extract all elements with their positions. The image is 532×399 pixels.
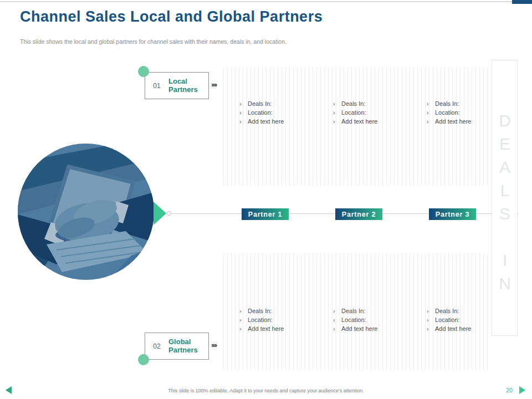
group-label-global: Global Partners	[168, 338, 204, 355]
detail-text: Location:	[341, 315, 366, 324]
detail-list-global-partner1: ›Deals In: ›Location: ›Add text here	[239, 306, 323, 334]
chevron-bullet-icon: ›	[427, 99, 435, 108]
play-arrow-icon	[154, 202, 166, 225]
group-number-global: 02	[145, 342, 168, 350]
chevron-bullet-icon: ›	[333, 108, 341, 117]
vertical-label-box: DEALS IN	[492, 60, 518, 336]
chevron-bullet-icon: ›	[239, 324, 248, 333]
page-number: 20	[503, 387, 515, 393]
detail-text: Add text here	[248, 117, 284, 126]
vertical-label-deals-in: DEALS IN	[495, 60, 514, 335]
top-right-accent-bar	[512, 0, 532, 4]
detail-text: Location:	[435, 315, 460, 324]
number-circle-local	[138, 66, 149, 77]
local-partners-box: 01 Local Partners	[145, 72, 209, 99]
page-title: Channel Sales Local and Global Partners	[20, 8, 323, 25]
handshake-illustration	[18, 144, 154, 280]
detail-list-local-partner1: ›Deals In: ›Location: ›Add text here	[239, 99, 323, 126]
detail-item: ›Add text here	[333, 117, 416, 126]
striped-panel-top	[223, 67, 491, 186]
top-divider-line	[0, 1, 532, 2]
chevron-bullet-icon: ›	[427, 324, 435, 333]
chevron-bullet-icon: ›	[333, 315, 341, 324]
chevrons-right-icon-local: ››››	[211, 80, 224, 89]
detail-item: ›Location:	[239, 108, 323, 117]
chevron-bullet-icon: ›	[239, 117, 248, 126]
detail-item: ›Deals In:	[333, 99, 416, 108]
detail-item: ›Location:	[239, 315, 323, 324]
chevron-bullet-icon: ›	[333, 306, 341, 315]
detail-text: Add text here	[435, 117, 471, 126]
group-number-local: 01	[145, 82, 168, 90]
detail-text: Add text here	[435, 324, 471, 333]
detail-item: ›Add text here	[239, 324, 323, 333]
slide: Channel Sales Local and Global Partners …	[0, 0, 532, 399]
detail-item: ›Add text here	[333, 324, 416, 333]
detail-item: ›Deals In:	[239, 99, 323, 108]
chevrons-right-icon-global: ››››	[211, 341, 224, 349]
chevron-bullet-icon: ›	[427, 306, 435, 315]
global-partners-box: 02 Global Partners	[145, 332, 209, 360]
detail-item: ›Location:	[333, 108, 416, 117]
detail-text: Deals In:	[341, 306, 365, 315]
footer-note: This slide is 100% editable. Adapt it to…	[0, 388, 532, 393]
detail-text: Add text here	[341, 117, 377, 126]
partner-2-ribbon: Partner 2	[335, 208, 382, 220]
detail-text: Deals In:	[435, 99, 459, 108]
detail-text: Add text here	[341, 324, 377, 333]
detail-text: Deals In:	[435, 306, 459, 315]
chevron-bullet-icon: ›	[427, 117, 435, 126]
partner-1-ribbon: Partner 1	[242, 208, 289, 220]
detail-text: Location:	[341, 108, 366, 117]
chevron-bullet-icon: ›	[239, 306, 248, 315]
number-circle-global	[138, 354, 149, 365]
group-label-local: Local Partners	[168, 78, 204, 94]
detail-list-global-partner2: ›Deals In: ›Location: ›Add text here	[333, 306, 416, 334]
detail-text: Deals In:	[341, 99, 365, 108]
detail-text: Deals In:	[248, 306, 272, 315]
detail-item: ›Deals In:	[333, 306, 416, 315]
chevron-bullet-icon: ›	[333, 324, 341, 333]
chevron-bullet-icon: ›	[239, 315, 248, 324]
page-subtitle: This slide shows the local and global pa…	[20, 38, 287, 45]
chevron-bullet-icon: ›	[427, 108, 435, 117]
handshake-photo	[18, 144, 154, 280]
next-slide-button[interactable]	[519, 386, 525, 394]
chevron-bullet-icon: ›	[333, 117, 341, 126]
timeline-node-circle	[167, 211, 171, 216]
detail-item: ›Location:	[333, 315, 416, 324]
detail-text: Location:	[248, 108, 273, 117]
chevron-bullet-icon: ›	[427, 315, 435, 324]
partner-3-ribbon: Partner 3	[429, 208, 476, 220]
detail-list-local-partner2: ›Deals In: ›Location: ›Add text here	[333, 99, 416, 126]
detail-text: Location:	[248, 315, 273, 324]
chevron-bullet-icon: ›	[333, 99, 341, 108]
detail-item: ›Add text here	[239, 117, 323, 126]
chevron-bullet-icon: ›	[239, 108, 248, 117]
chevron-bullet-icon: ›	[239, 99, 248, 108]
detail-item: ›Deals In:	[239, 306, 323, 315]
detail-text: Add text here	[248, 324, 284, 333]
detail-text: Location:	[435, 108, 460, 117]
detail-text: Deals In:	[248, 99, 272, 108]
